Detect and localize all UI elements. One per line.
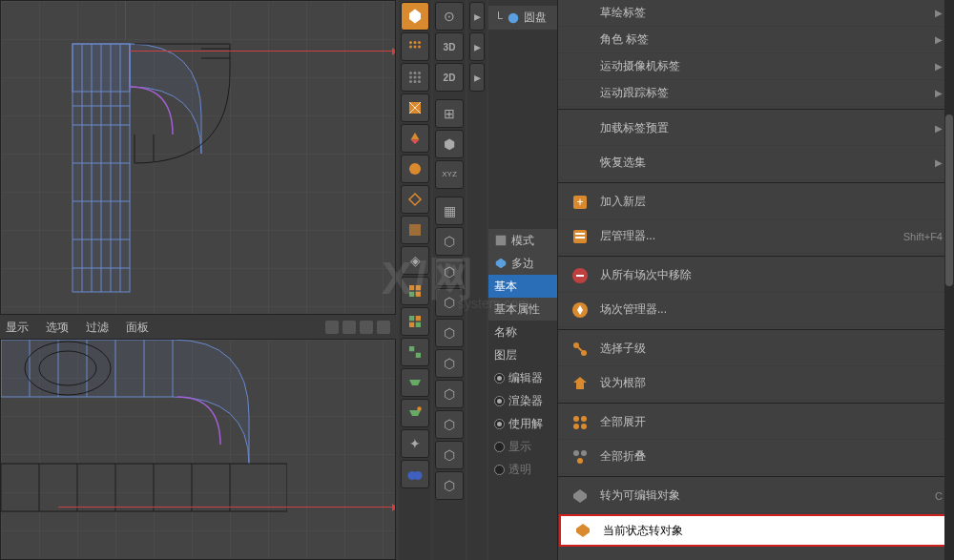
tool-snap-work[interactable]: ⬡ <box>435 441 464 469</box>
attr-tab-basic[interactable]: 基本 <box>488 275 557 298</box>
attr-transparent-row[interactable]: 透明 <box>488 458 557 481</box>
blank-icon <box>570 118 591 139</box>
svg-point-36 <box>418 46 421 49</box>
ctx-item-set-root[interactable]: 设为根部 <box>558 366 954 401</box>
tool-snap-spline[interactable]: ⬡ <box>435 319 464 347</box>
ctx-item-角色 标签[interactable]: 角色 标签▶ <box>558 27 954 53</box>
expand-icon <box>570 412 591 433</box>
tool-model-mode[interactable] <box>401 32 429 61</box>
tool-enable-axis[interactable] <box>401 216 429 244</box>
menu-panel[interactable]: 面板 <box>126 320 149 336</box>
tool-extra-7[interactable] <box>401 460 429 488</box>
svg-point-40 <box>409 76 412 79</box>
object-name: 圆盘 <box>524 10 547 26</box>
tool-extra-2[interactable] <box>401 307 429 336</box>
ctx-item-加载标签预置[interactable]: 加载标签预置▶ <box>558 112 954 146</box>
menu-options[interactable]: 选项 <box>46 320 69 336</box>
annotation-arrow-1 <box>130 51 392 52</box>
tool-uv-mode[interactable] <box>401 93 429 122</box>
ctx-item-运动摄像机标签[interactable]: 运动摄像机标签▶ <box>558 53 954 80</box>
context-menu-scrollbar[interactable] <box>944 0 954 560</box>
ctx-label: 角色 标签 <box>600 31 925 48</box>
tool-snap-2d[interactable]: 2D <box>435 63 464 92</box>
tool-poly-mode[interactable] <box>401 185 429 214</box>
tool-extra-5[interactable] <box>401 399 429 427</box>
context-menu: 草绘标签▶角色 标签▶运动摄像机标签▶运动跟踪标签▶ 加载标签预置▶恢复选集▶ … <box>557 0 954 560</box>
ctx-item-collapse[interactable]: 全部折叠 <box>558 440 954 474</box>
ctx-label: 运动摄像机标签 <box>600 58 925 74</box>
ctx-item-editable[interactable]: 转为可编辑对象C <box>558 479 954 513</box>
radio-editor[interactable] <box>494 373 505 384</box>
ctx-item-remove[interactable]: 从所有场次中移除 <box>558 259 954 293</box>
tool-extra-1[interactable] <box>401 277 429 305</box>
svg-rect-57 <box>416 322 421 327</box>
tool-texture-mode[interactable] <box>401 63 429 92</box>
ctx-label: 转为可编辑对象 <box>600 487 925 504</box>
tool-column-3: ▸ ▸ ▸ <box>467 0 487 560</box>
ctx-item-expand[interactable]: 全部展开 <box>558 405 954 440</box>
tool-extra-4[interactable] <box>401 368 429 397</box>
mode-icon <box>494 234 508 247</box>
tool-snap-intersect[interactable]: ⬡ <box>435 380 464 408</box>
viewport-icon-4[interactable] <box>377 321 390 334</box>
tool-snap-axis[interactable]: ⬡ <box>435 349 464 378</box>
svg-rect-64 <box>496 236 507 246</box>
tool-extra-3[interactable] <box>401 338 429 366</box>
tool-viewport-solo[interactable]: ◈ <box>401 246 429 275</box>
radio-render[interactable] <box>494 396 505 406</box>
tool-snap-mid[interactable]: ⬡ <box>435 410 464 439</box>
tool-extra-6[interactable]: ✦ <box>401 429 429 458</box>
ctx-item-select-child[interactable]: 选择子级 <box>558 332 954 366</box>
attr-editor-row[interactable]: 编辑器 <box>488 366 557 389</box>
ctx-item-current-state[interactable]: 当前状态转对象 <box>559 514 953 547</box>
tool-snap-3d[interactable]: 3D <box>435 32 464 61</box>
radio-transparent[interactable] <box>494 465 505 475</box>
ctx-item-layer-mgr[interactable]: 层管理器...Shift+F4 <box>558 219 954 254</box>
tool-small-3[interactable]: ▸ <box>469 63 485 92</box>
tool-axis-xyz[interactable]: XYZ <box>435 160 464 189</box>
viewport-icon-3[interactable] <box>360 321 373 334</box>
svg-rect-58 <box>409 346 414 351</box>
submenu-arrow-icon: ▶ <box>935 61 943 72</box>
viewport-bottom[interactable] <box>0 339 396 560</box>
viewport-top[interactable] <box>0 0 396 315</box>
tool-snap-point[interactable]: ⬡ <box>435 227 464 256</box>
ctx-item-草绘标签[interactable]: 草绘标签▶ <box>558 0 954 27</box>
svg-point-82 <box>577 458 583 464</box>
ctx-item-layer-add[interactable]: +加入新层 <box>558 185 954 219</box>
submenu-arrow-icon: ▶ <box>935 8 943 18</box>
tool-quantize[interactable]: ▦ <box>435 197 464 225</box>
ctx-item-恢复选集[interactable]: 恢复选集▶ <box>558 146 954 180</box>
radio-use[interactable] <box>494 419 505 429</box>
attr-use-row[interactable]: 使用解 <box>488 412 557 435</box>
object-tree-item[interactable]: └ 圆盘 <box>488 6 557 30</box>
svg-rect-55 <box>416 316 421 321</box>
ctx-item-运动跟踪标签[interactable]: 运动跟踪标签▶ <box>558 80 954 107</box>
tool-locked[interactable]: ⬢ <box>435 130 464 158</box>
tool-small-1[interactable]: ▸ <box>469 2 485 31</box>
ctx-item-scene-mgr[interactable]: 场次管理器... <box>558 293 954 327</box>
tool-workplane[interactable]: ⊞ <box>435 99 464 128</box>
radio-show[interactable] <box>494 442 505 452</box>
tool-snap-poly[interactable]: ⬡ <box>435 288 464 317</box>
svg-rect-68 <box>575 233 585 235</box>
svg-rect-53 <box>416 292 421 297</box>
svg-point-78 <box>573 424 579 429</box>
collapse-icon <box>570 446 591 467</box>
tool-small-2[interactable]: ▸ <box>469 32 485 61</box>
viewport-icon-1[interactable] <box>325 321 339 334</box>
attr-show-row[interactable]: 显示 <box>488 435 557 458</box>
viewport-menubar: 显示 选项 过滤 面板 <box>0 317 396 338</box>
attr-render-row[interactable]: 渲染器 <box>488 389 557 412</box>
tool-make-editable[interactable] <box>401 2 429 31</box>
tool-snap-edge[interactable]: ⬡ <box>435 258 464 286</box>
menu-display[interactable]: 显示 <box>6 320 29 336</box>
tool-snap-enable[interactable]: ⊙ <box>435 2 464 31</box>
scrollbar-thumb[interactable] <box>945 114 953 286</box>
menu-filter[interactable]: 过滤 <box>86 320 109 336</box>
tool-point-mode[interactable] <box>401 124 429 153</box>
viewport-icon-2[interactable] <box>342 321 356 334</box>
svg-point-43 <box>409 80 412 83</box>
tool-edge-mode[interactable] <box>401 155 429 183</box>
tool-snap-guide[interactable]: ⬡ <box>435 471 464 500</box>
